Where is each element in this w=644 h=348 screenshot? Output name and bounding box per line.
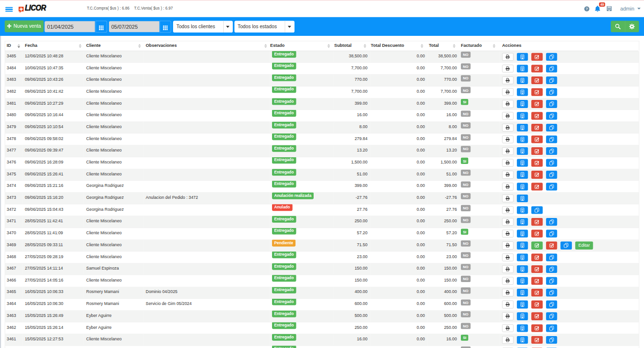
svg-text:LICOR: LICOR bbox=[25, 4, 46, 12]
